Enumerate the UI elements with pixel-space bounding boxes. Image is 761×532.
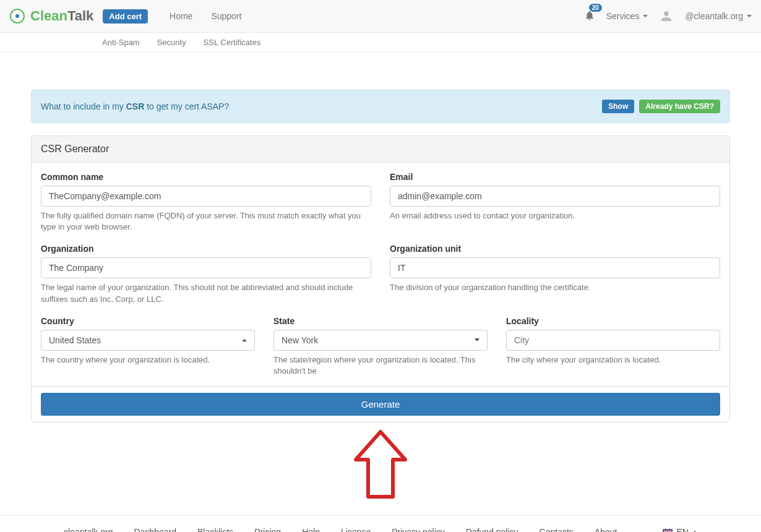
info-banner: What to include in my CSR to get my cert… [31,90,730,123]
language-selector[interactable]: EN [663,527,697,532]
country-help: The country where your organization is l… [41,354,255,366]
caret-up-icon [242,339,247,341]
logo[interactable]: CleanTalk [9,8,93,24]
organization-help: The legal name of your organization. Thi… [41,282,371,304]
state-help: The state/region where your organization… [273,354,488,377]
footer-about[interactable]: About [595,527,617,532]
footer: cleantalk.org Dashboard Blacklists Prici… [0,515,761,532]
footer-privacy[interactable]: Privacy policy [392,527,445,532]
logo-icon [9,8,25,24]
subnav-security[interactable]: Security [157,33,186,52]
footer-contacts[interactable]: Contacts [540,527,574,532]
footer-dashboard[interactable]: Dashboard [134,527,176,532]
footer-license[interactable]: License [341,527,371,532]
notifications-bell[interactable]: 20 [584,10,595,23]
user-label: @cleantalk.org [685,11,743,21]
generate-button[interactable]: Generate [41,393,720,416]
language-label: EN [676,527,688,532]
email-input[interactable] [390,186,720,207]
services-dropdown[interactable]: Services [606,11,648,21]
logo-text-clean: Clean [30,8,67,24]
csr-generator-panel: CSR Generator Common name The fully qual… [31,135,730,423]
locality-input[interactable] [506,330,720,351]
org-unit-help: The division of your organization handli… [390,282,720,293]
country-value: United States [49,335,101,345]
logo-text-talk: Talk [67,8,93,24]
locality-help: The city where your organization is loca… [506,354,720,366]
state-value: New York [282,335,318,345]
footer-blacklists[interactable]: Blacklists [197,527,233,532]
org-unit-input[interactable] [390,257,720,278]
svg-point-1 [15,14,19,18]
caret-down-icon [475,338,479,341]
country-label: Country [41,316,255,326]
nav-home[interactable]: Home [160,2,202,30]
footer-help[interactable]: Help [302,527,320,532]
email-label: Email [390,172,720,182]
add-cert-button[interactable]: Add cert [103,9,148,24]
email-help: An email address used to contact your or… [390,210,720,221]
caret-down-icon [747,15,752,17]
notifications-badge: 20 [589,4,602,12]
organization-input[interactable] [41,257,371,278]
info-question: What to include in my CSR to get my cert… [41,101,229,111]
common-name-input[interactable] [41,186,371,207]
footer-refund[interactable]: Refund policy [466,527,518,532]
arrow-annotation [350,429,411,503]
subnav-ssl[interactable]: SSL Certificates [204,33,261,52]
footer-site[interactable]: cleantalk.org [64,527,113,532]
top-navbar: CleanTalk Add cert Home Support 20 Servi… [0,0,761,33]
org-unit-label: Organization unit [390,244,720,254]
show-button[interactable]: Show [602,100,634,113]
common-name-label: Common name [41,172,371,182]
caret-down-icon [643,15,648,17]
avatar-icon[interactable] [659,9,674,24]
sub-navbar: Anti-Spam Security SSL Certificates [0,33,761,53]
flag-uk-icon [663,529,673,532]
user-dropdown[interactable]: @cleantalk.org [685,11,752,21]
state-select[interactable]: New York [273,330,488,351]
already-have-csr-button[interactable]: Already have CSR? [639,100,720,113]
locality-label: Locality [506,316,720,326]
services-label: Services [606,11,640,21]
common-name-help: The fully qualified domain name (FQDN) o… [41,210,371,233]
state-label: State [273,316,488,326]
nav-support[interactable]: Support [202,2,251,30]
organization-label: Organization [41,244,371,254]
footer-pricing[interactable]: Pricing [254,527,281,532]
country-select[interactable]: United States [41,330,255,351]
subnav-antispam[interactable]: Anti-Spam [102,33,140,52]
panel-title: CSR Generator [32,136,729,163]
